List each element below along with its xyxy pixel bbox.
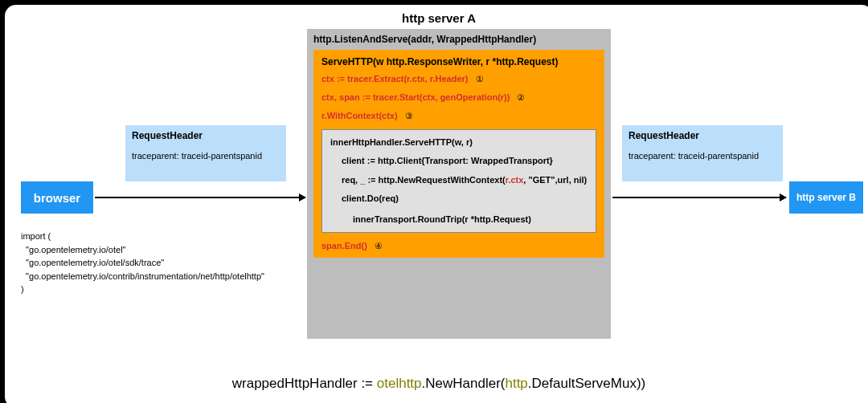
- request-header-2: RequestHeader traceparent: traceid-paren…: [622, 125, 783, 181]
- wrapped-handler-code: wrappedHttpHandler := otelhttp.NewHandle…: [5, 376, 868, 392]
- bottom-p3: .NewHandler(: [422, 376, 506, 391]
- with-context-code: r.WithContext(ctx): [321, 111, 398, 120]
- tracer-start-line: ctx, span := tracer.Start(ctx, genOperat…: [321, 92, 596, 103]
- step-4-icon: ④: [375, 241, 383, 250]
- browser-box: browser: [21, 181, 93, 214]
- request-header-1: RequestHeader traceparent: traceid-paren…: [125, 125, 286, 181]
- browser-label: browser: [34, 191, 80, 205]
- span-end-code: span.End(): [321, 241, 367, 250]
- listen-and-serve-box: http.ListenAndServe(addr, WrappedHttpHan…: [307, 29, 611, 339]
- server-b-box: http server B: [789, 181, 863, 214]
- import-line-2: "go.opentelemetry.io/otel/sdk/trace": [21, 256, 264, 270]
- rctx-highlight: r.ctx: [506, 175, 524, 185]
- servehttp-title: ServeHTTP(w http.ResponseWriter, r *http…: [321, 56, 596, 67]
- roundtrip-line: innerTransport.RoundTrip(r *http.Request…: [330, 214, 588, 226]
- request-header-2-line: traceparent: traceid-parentspanid: [628, 151, 776, 161]
- with-context-line: r.WithContext(ctx) ③: [321, 111, 596, 121]
- servehttp-box: ServeHTTP(w http.ResponseWriter, r *http…: [313, 50, 604, 258]
- extract-code: ctx := tracer.Extract(r.ctx, r.Header): [321, 74, 469, 83]
- client-do-line: client.Do(req): [330, 193, 588, 205]
- inner-handler-box: innerHttpHandler.ServeHTTP(w, r) client …: [321, 129, 596, 233]
- diagram-canvas: http server A browser RequestHeader trac…: [5, 5, 868, 403]
- client-decl-line: client := http.Client{Transport: Wrapped…: [330, 155, 588, 167]
- tracer-start-code: ctx, span := tracer.Start(ctx, genOperat…: [321, 92, 510, 102]
- import-close: ): [21, 283, 264, 296]
- diagram-title: http server A: [5, 11, 868, 25]
- step-3-icon: ③: [405, 111, 413, 120]
- import-line-3: "go.opentelemetry.io/contrib/instrumenta…: [21, 270, 264, 283]
- server-b-label: http server B: [796, 192, 856, 203]
- bottom-http: http: [505, 376, 527, 391]
- step-1-icon: ①: [476, 74, 484, 83]
- request-header-1-line: traceparent: traceid-parentspanid: [132, 151, 280, 161]
- request-header-2-title: RequestHeader: [628, 130, 776, 141]
- import-line-1: "go.opentelemetry.io/otel": [21, 243, 264, 257]
- bottom-p1: wrappedHttpHandler :=: [232, 376, 377, 391]
- arrow-server-a-to-server-b: [612, 197, 786, 198]
- import-block: import ( "go.opentelemetry.io/otel" "go.…: [21, 230, 264, 296]
- bottom-p5: .DefaultServeMux)): [528, 376, 645, 391]
- new-request-post: , "GET",url, nil): [523, 175, 587, 185]
- import-open: import (: [21, 230, 264, 243]
- step-2-icon: ②: [517, 92, 525, 102]
- inner-servehttp-line: innerHttpHandler.ServeHTTP(w, r): [330, 136, 588, 149]
- bottom-otelhttp: otelhttp: [377, 376, 422, 391]
- request-header-1-title: RequestHeader: [132, 130, 280, 141]
- span-end-line: span.End() ④: [321, 241, 596, 251]
- new-request-pre: req, _ := http.NewRequestWithContext(: [342, 175, 506, 185]
- listen-and-serve-title: http.ListenAndServe(addr, WrappedHttpHan…: [313, 34, 604, 45]
- arrow-browser-to-server-a: [95, 197, 305, 198]
- new-request-line: req, _ := http.NewRequestWithContext(r.c…: [330, 174, 588, 186]
- extract-line: ctx := tracer.Extract(r.ctx, r.Header) ①: [321, 74, 596, 84]
